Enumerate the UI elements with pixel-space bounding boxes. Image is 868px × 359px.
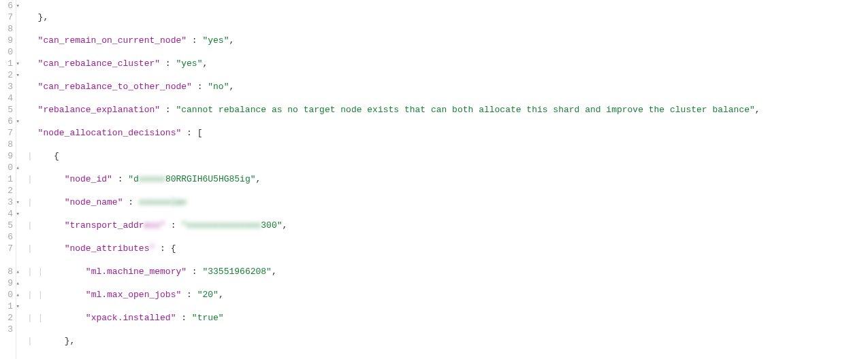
line-number: 8 [0,139,13,150]
line-number: 0▴ [0,289,13,301]
line-number: 1▾ [0,301,13,312]
line-number: 2 [0,312,13,324]
line-number: 7 [0,12,13,23]
fold-icon[interactable]: ▾ [16,301,20,313]
redacted-text: xxxxxxlav [139,196,187,208]
code-line: "rebalance_explanation" : "cannot rebala… [27,104,868,116]
line-number: 7 [0,127,13,139]
line-number: 1 [0,173,13,185]
line-number: 8 [0,23,13,35]
code-editor: 6▾ 7 8 9 0 1▾ 2▾ 3 4 5 6▾ 7 8 9 0▴ 1 2 3… [0,0,868,359]
code-line: "can_rebalance_to_other_node" : "no", [27,81,868,92]
line-number: 0▴ [0,162,13,173]
redacted-text: " [149,243,155,254]
line-number: 4▾ [0,208,13,220]
line-number: 6▾ [0,0,13,12]
line-number: 3▾ [0,196,13,208]
code-line: "can_remain_on_current_node" : "yes", [27,35,868,46]
fold-icon[interactable]: ▾ [16,209,20,220]
fold-icon[interactable]: ▾ [16,1,20,12]
redacted-text: ess" [144,220,165,231]
line-number: 9▴ [0,277,13,289]
code-line: | "transport_address" : "xxxxxxxxxxxxxx3… [27,220,868,231]
line-number: 4 [0,92,13,104]
code-line: | | "ml.machine_memory" : "33551966208", [27,266,868,277]
code-line: "node_allocation_decisions" : [ [27,127,868,139]
fold-icon[interactable]: ▴ [16,278,20,290]
code-line: | }, [27,335,868,347]
redacted-text: "xxxxxxxxxxxxxx [181,220,261,231]
line-number: 9 [0,35,13,46]
fold-icon[interactable]: ▾ [16,197,20,209]
line-number: 5 [0,104,13,116]
code-line: | | "xpack.installed" : "true" [27,312,868,324]
code-line: | "node_id" : "dxxxxx80RRGIH6U5HG85ig", [27,173,868,185]
line-number: 3 [0,81,13,92]
fold-icon[interactable]: ▴ [16,290,20,301]
line-number: 0 [0,46,13,58]
fold-icon[interactable]: ▾ [16,58,20,70]
fold-icon[interactable]: ▾ [16,70,20,82]
code-line: "can_rebalance_cluster" : "yes", [27,58,868,69]
line-number: 6 [0,231,13,243]
code-line: | "node_attributes" : { [27,243,868,254]
code-body[interactable]: }, "can_remain_on_current_node" : "yes",… [16,0,868,359]
line-number: 3 [0,324,13,335]
line-number: 5 [0,220,13,231]
fold-icon[interactable]: ▴ [16,163,20,174]
code-line: }, [27,12,868,23]
line-number: 6▾ [0,116,13,127]
line-number-gutter: 6▾ 7 8 9 0 1▾ 2▾ 3 4 5 6▾ 7 8 9 0▴ 1 2 3… [0,0,16,359]
line-number: 8▴ [0,266,13,277]
line-number [0,254,13,266]
line-number: 7 [0,243,13,254]
fold-icon[interactable]: ▾ [16,116,20,128]
fold-icon[interactable]: ▴ [16,267,20,278]
line-number: 1▾ [0,58,13,69]
line-number: 2 [0,185,13,196]
redacted-text: xxxxx [139,173,165,185]
line-number: 9 [0,150,13,162]
line-number: 2▾ [0,69,13,81]
code-line: | { [27,150,868,162]
code-line: | | "ml.max_open_jobs" : "20", [27,289,868,301]
code-line: | "node_name" : xxxxxxlav [27,196,868,208]
